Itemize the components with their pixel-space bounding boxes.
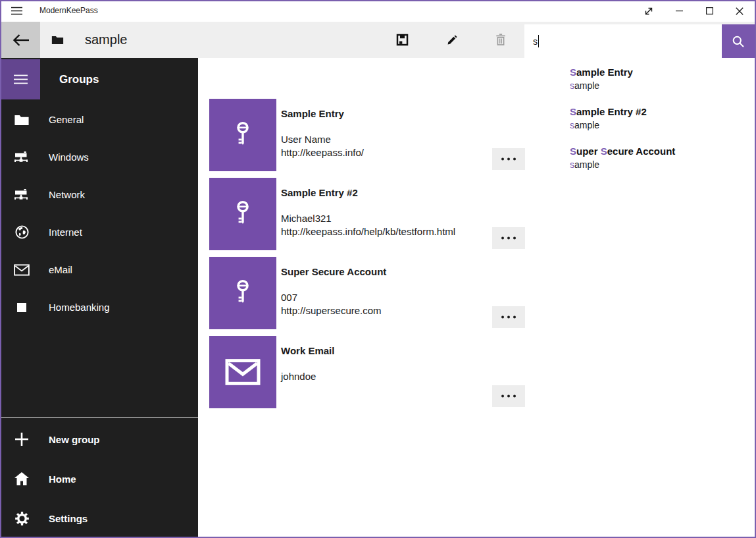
- titlebar: ModernKeePass: [0, 0, 756, 22]
- settings-button[interactable]: Settings: [1, 498, 198, 538]
- fullscreen-button[interactable]: [634, 0, 664, 22]
- envelope-icon: [13, 261, 30, 279]
- ellipsis-icon: [501, 236, 517, 240]
- save-icon: [395, 33, 409, 47]
- entry-list: Sample Entry User Name http://keepass.in…: [209, 99, 525, 415]
- entry-tile[interactable]: [209, 336, 276, 408]
- entry-row[interactable]: Work Email johndoe: [209, 336, 525, 408]
- square-icon: [13, 299, 30, 316]
- sidebar-item-label: eMail: [49, 264, 72, 275]
- titlebar-hamburger-button[interactable]: [5, 0, 28, 22]
- gear-icon: [13, 510, 30, 527]
- sidebar-item-label: Home: [49, 473, 76, 485]
- home-icon: [13, 470, 30, 487]
- key-icon: [233, 194, 253, 234]
- back-button[interactable]: [1, 22, 40, 58]
- entry-tile[interactable]: [209, 257, 276, 329]
- sidebar-item-homebanking[interactable]: Homebanking: [1, 288, 198, 326]
- sidebar: Groups General Windows Network Internet …: [1, 58, 198, 537]
- suggestion-item[interactable]: Sample Entry sample: [570, 65, 755, 105]
- minimize-button[interactable]: [664, 0, 694, 22]
- suggestion-subtitle: sample: [570, 119, 755, 132]
- sidebar-item-label: New group: [49, 434, 100, 445]
- sidebar-divider: [1, 417, 198, 418]
- sidebar-item-general[interactable]: General: [1, 101, 198, 138]
- suggestion-title: Super Secure Account: [570, 144, 755, 158]
- suggestion-item[interactable]: Super Secure Account sample: [570, 144, 755, 184]
- entry-url: http://keepass.info/: [281, 146, 364, 159]
- database-title: sample: [85, 22, 127, 58]
- sidebar-item-label: Homebanking: [49, 302, 110, 313]
- entry-url: http://keepass.info/help/kb/testform.htm…: [281, 225, 455, 238]
- close-icon: [736, 7, 743, 15]
- group-list: General Windows Network Internet eMail H…: [1, 101, 198, 326]
- suggestion-subtitle: sample: [570, 79, 755, 92]
- magnifier-icon: [732, 35, 745, 48]
- network-computer-icon: [13, 149, 30, 166]
- fullscreen-icon: [644, 7, 653, 16]
- entry-more-button[interactable]: [492, 306, 525, 328]
- search-input[interactable]: s: [524, 24, 722, 58]
- entry-url: http://supersecure.com: [281, 304, 382, 317]
- sidebar-item-label: Settings: [49, 513, 88, 524]
- text-caret: [538, 35, 539, 47]
- entry-row[interactable]: Super Secure Account 007 http://supersec…: [209, 257, 525, 329]
- database-folder-icon: [51, 22, 64, 58]
- sidebar-item-label: Windows: [49, 151, 89, 163]
- entry-more-button[interactable]: [492, 227, 525, 249]
- sidebar-hamburger-button[interactable]: [1, 59, 40, 99]
- save-button[interactable]: [386, 22, 418, 58]
- delete-button[interactable]: [485, 22, 517, 58]
- maximize-icon: [706, 7, 713, 14]
- key-icon: [233, 115, 253, 155]
- close-button[interactable]: [724, 0, 755, 22]
- search-input-value: s: [533, 36, 538, 47]
- globe-icon: [13, 224, 30, 241]
- pencil-icon: [445, 34, 459, 47]
- new-group-button[interactable]: New group: [1, 419, 198, 459]
- maximize-button[interactable]: [694, 0, 724, 22]
- suggestion-title: Sample Entry: [570, 65, 755, 79]
- folder-icon: [13, 111, 30, 128]
- entry-username: User Name: [281, 133, 364, 146]
- hamburger-icon: [11, 7, 22, 15]
- ellipsis-icon: [501, 394, 517, 398]
- ellipsis-icon: [501, 315, 517, 319]
- home-button[interactable]: Home: [1, 459, 198, 498]
- sidebar-item-windows[interactable]: Windows: [1, 138, 198, 176]
- entry-title: Sample Entry #2: [281, 186, 358, 200]
- entry-more-button[interactable]: [492, 148, 525, 170]
- sidebar-footer: New group Home Settings: [1, 419, 198, 538]
- sidebar-item-label: Network: [49, 189, 85, 200]
- entry-tile[interactable]: [209, 99, 276, 171]
- window-title: ModernKeePass: [39, 0, 98, 22]
- entry-row[interactable]: Sample Entry #2 Michael321 http://keepas…: [209, 178, 525, 250]
- envelope-icon: [225, 359, 261, 385]
- entry-more-button[interactable]: [492, 385, 525, 407]
- hamburger-icon: [14, 74, 28, 84]
- search-suggestions: Sample Entry sample Sample Entry #2 samp…: [525, 58, 755, 537]
- entry-username: johndoe: [281, 370, 316, 383]
- minimize-icon: [676, 11, 683, 12]
- suggestion-item[interactable]: Sample Entry #2 sample: [570, 105, 755, 144]
- entry-username: 007: [281, 291, 382, 304]
- edit-button[interactable]: [436, 22, 468, 58]
- plus-icon: [13, 431, 30, 448]
- entry-row[interactable]: Sample Entry User Name http://keepass.in…: [209, 99, 525, 171]
- sidebar-item-email[interactable]: eMail: [1, 251, 198, 288]
- sidebar-item-label: Internet: [49, 227, 82, 238]
- key-icon: [233, 273, 253, 313]
- entry-title: Super Secure Account: [281, 265, 386, 279]
- entry-title: Work Email: [281, 344, 334, 358]
- sidebar-item-network[interactable]: Network: [1, 176, 198, 213]
- suggestion-title: Sample Entry #2: [570, 105, 755, 119]
- entry-tile[interactable]: [209, 178, 276, 250]
- back-arrow-icon: [13, 33, 30, 47]
- entry-username: Michael321: [281, 212, 455, 225]
- sidebar-item-label: General: [49, 114, 84, 125]
- ellipsis-icon: [501, 157, 517, 161]
- sidebar-item-internet[interactable]: Internet: [1, 213, 198, 251]
- network-computer-icon: [13, 186, 30, 203]
- search-button[interactable]: [722, 24, 755, 58]
- groups-header: Groups: [59, 59, 99, 99]
